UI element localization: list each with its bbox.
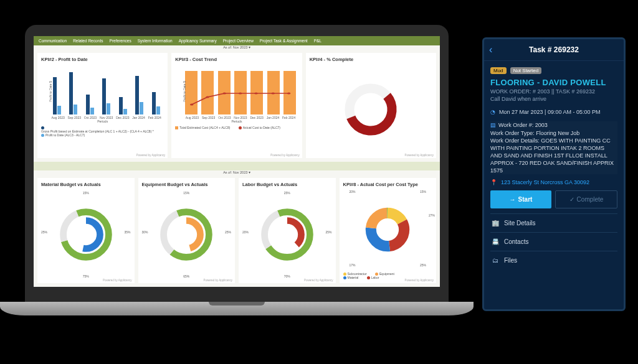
dashboard: Communication Related Records Preference… — [34, 36, 440, 287]
svg-point-17 — [273, 221, 301, 249]
files-section[interactable]: 🗂 Files — [490, 251, 617, 269]
material-card: Material Budget vs Actuals 15% 75% 25% 3… — [37, 178, 135, 283]
nav-item[interactable]: P&L — [314, 39, 321, 43]
laptop-mockup: Communication Related Records Preference… — [25, 25, 449, 315]
kpi4-title: KPI#4 - % Complete — [310, 57, 432, 62]
arrow-right-icon: → — [510, 196, 516, 203]
nav-item[interactable]: Preferences — [110, 39, 131, 43]
phone-mockup: ‹ Task # 269232 Mod Not Started FLOORING… — [482, 37, 626, 311]
task-note: Call David when arrive — [490, 96, 617, 103]
contacts-section[interactable]: 📇 Contacts — [490, 232, 617, 251]
nav-item[interactable]: Project Task & Assignment — [260, 39, 308, 43]
kpi3-xaxis: Aug 2023Sep 2023Oct 2023Nov 2023Dec 2023… — [175, 114, 298, 119]
kpi2-xaxis: Aug 2023Sep 2023Oct 2023Nov 2023Dec 2023… — [41, 114, 164, 119]
action-buttons: → Start ✓ Complete — [490, 190, 617, 208]
nav-item[interactable]: System Information — [138, 39, 173, 43]
nav-item[interactable]: Related Records — [73, 39, 103, 43]
top-nav: Communication Related Records Preference… — [34, 36, 440, 45]
phone-header: ‹ Task # 269232 — [484, 39, 624, 61]
building-icon: 🏢 — [492, 220, 499, 226]
task-title: FLOORING - DAVID POWELL — [490, 78, 617, 87]
site-details-section[interactable]: 🏢 Site Details — [490, 213, 617, 232]
status-badge: Not Started — [510, 67, 541, 74]
kpi8-card: KPI#8 - Actual Cost per Cost Type 15% 27… — [340, 178, 437, 283]
document-icon: ▤ — [490, 122, 496, 128]
equipment-card: Equipment Budget vs Actuals 15% 65% 30% … — [138, 178, 236, 283]
complete-button[interactable]: ✓ Complete — [555, 190, 617, 208]
kpi-row-2: Material Budget vs Actuals 15% 75% 25% 3… — [34, 174, 440, 287]
work-order-details: ▤Work Order #: 2003 Work Order Type: Flo… — [490, 121, 617, 174]
kpi2-card: KPI#2 - Profit to Date Profit to Date $ … — [37, 53, 168, 158]
svg-point-14 — [173, 221, 201, 249]
laptop-screen: Communication Related Records Preference… — [25, 25, 449, 302]
start-button[interactable]: → Start — [490, 190, 551, 208]
contact-card-icon: 📇 — [492, 238, 499, 245]
kpi4-card: KPI#4 - % Complete Powered by Applicancy — [306, 53, 436, 158]
work-order-line: WORK ORDER: # 2003 || TASK # 269232 — [490, 88, 617, 96]
kpi2-title: KPI#2 - Profit to Date — [41, 57, 164, 62]
mod-badge: Mod — [490, 67, 507, 74]
check-icon: ✓ — [569, 196, 574, 203]
labor-card: Labor Budget vs Actuals 25% 70% 20% 25% … — [239, 178, 336, 283]
schedule-row: ◔ Mon 27 Mar 2023 | 09:00 AM - 05:00 PM — [490, 109, 617, 115]
kpi3-card: KPI#3 - Cost Trend Profit to Date $ — [171, 53, 302, 158]
clock-icon: ◔ — [490, 109, 495, 115]
folder-icon: 🗂 — [492, 257, 499, 264]
laptop-base — [0, 302, 474, 315]
address-row[interactable]: 📍 123 Stacerly St Norcross GA 30092 — [490, 179, 617, 185]
kpi3-title: KPI#3 - Cost Trend — [175, 57, 298, 62]
nav-item[interactable]: Project Overview — [223, 39, 254, 43]
back-icon[interactable]: ‹ — [489, 44, 492, 55]
kpi2-chart: Profit to Date $ — [41, 65, 164, 114]
divider-band — [34, 162, 440, 170]
kpi3-legend: Total Estimated Cost (ALC4 + ALC8) Actua… — [175, 126, 298, 129]
kpi-row-1: KPI#2 - Profit to Date Profit to Date $ … — [34, 49, 440, 162]
nav-item[interactable]: Communication — [39, 39, 67, 43]
kpi2-legend: Gross Profit based on Estimate at Comple… — [41, 126, 164, 137]
svg-point-11 — [72, 221, 100, 249]
nav-item[interactable]: Applicancy Summary — [179, 39, 217, 43]
kpi4-chart — [310, 65, 432, 154]
kpi3-chart: Profit to Date $ — [175, 65, 298, 114]
task-header-title: Task # 269232 — [529, 45, 579, 54]
location-pin-icon: 📍 — [490, 179, 497, 185]
